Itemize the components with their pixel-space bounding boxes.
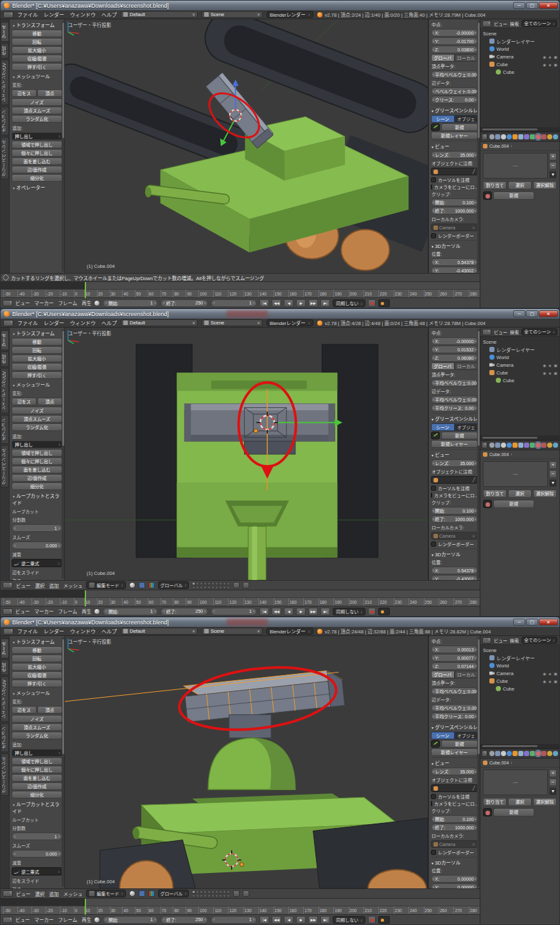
menu-item[interactable]: 再生 — [82, 916, 91, 923]
visibility-toggles[interactable]: ◉ ◈ ▣ — [543, 363, 559, 367]
shelf-button[interactable]: 辺をス — [12, 706, 37, 714]
render-tab-icon[interactable] — [489, 751, 494, 756]
slot-specials-button[interactable]: ▾ — [549, 171, 557, 179]
window-titlebar[interactable]: Blender* [C:¥Users¥anazawa¥Downloads¥scr… — [1, 309, 559, 319]
menu-item[interactable]: ヘルプ — [101, 628, 117, 635]
editor-type-icon[interactable] — [3, 608, 13, 615]
material-slot-list[interactable] — [483, 770, 548, 795]
smooth-field[interactable]: 0.000 — [12, 542, 62, 549]
cuts-field[interactable]: 1 — [12, 833, 62, 840]
smooth-field[interactable]: 0.000 — [12, 850, 62, 858]
render-tab-icon[interactable] — [489, 134, 494, 139]
shelf-button[interactable]: 領域で押し出し — [12, 757, 62, 765]
shelf-button[interactable]: 回転 — [12, 346, 62, 354]
falloff-dropdown[interactable]: 逆二乗式 — [12, 867, 62, 876]
clear-icon[interactable] — [257, 628, 260, 634]
toolshelf-tab[interactable]: オプション — [1, 415, 9, 444]
physics-tab-icon[interactable] — [553, 134, 558, 139]
minimize-button[interactable]: ─ — [513, 310, 525, 317]
sync-dropdown[interactable]: 同期しない — [333, 299, 365, 307]
menu-item[interactable]: ビュー — [15, 916, 30, 923]
panel-header-operator[interactable]: オペレーター — [12, 182, 62, 191]
orientation-dropdown[interactable]: グローバル — [158, 581, 189, 589]
lock-cursor-checkbox[interactable] — [431, 177, 436, 182]
visibility-toggles[interactable]: ◉ ◈ ▣ — [543, 671, 559, 676]
shelf-button[interactable]: 回転 — [12, 655, 62, 662]
constraints-tab-icon[interactable] — [518, 443, 523, 448]
outliner-item[interactable]: Cube◉ ◈ ▣ — [480, 60, 559, 68]
play-button[interactable]: ▶ — [296, 299, 306, 307]
lens-field[interactable]: レンズ:35.000 — [431, 459, 478, 467]
gp-new-layer-button[interactable]: 新規レイヤー — [431, 132, 478, 139]
clip-end-field[interactable]: 終了:1000.000 — [431, 824, 478, 831]
shelf-button[interactable]: 押す/引く — [12, 371, 62, 379]
outliner-item[interactable]: World — [480, 662, 559, 669]
render-layers-tab-icon[interactable] — [495, 443, 500, 448]
median-x-field[interactable]: X:0.00013 — [431, 646, 478, 653]
editor-type-icon[interactable] — [3, 300, 13, 306]
menu-item[interactable]: メッシュ — [64, 890, 83, 897]
shelf-button[interactable]: 細分化 — [12, 482, 62, 490]
render-camera-icon[interactable] — [243, 582, 249, 588]
breadcrumb-object[interactable]: Cube.004 — [489, 761, 509, 765]
visibility-toggles[interactable]: ◉ ◈ ▣ — [543, 62, 559, 67]
gp-scene-tab[interactable]: シーン — [431, 423, 455, 431]
shelf-button[interactable]: 個々に押し出し — [12, 766, 62, 773]
gp-scene-tab[interactable]: シーン — [431, 115, 455, 123]
current-frame-field[interactable]: 1 — [211, 916, 257, 924]
particles-tab-icon[interactable] — [547, 134, 552, 139]
panel-header-meshtools[interactable]: メッシュツール — [12, 71, 62, 80]
local-camera-field[interactable]: Camera — [431, 532, 478, 540]
object-tab-icon[interactable] — [512, 751, 518, 756]
toolshelf-tab[interactable]: グリースペンシル — [1, 445, 9, 488]
editor-type-icon[interactable] — [3, 582, 13, 588]
shelf-button[interactable]: 収縮/膨張 — [12, 363, 62, 371]
maximize-button[interactable]: ▢ — [526, 310, 538, 317]
vertex-bevel-field[interactable]: 平均ベベルウェ:0.00 — [431, 379, 478, 387]
constraints-tab-icon[interactable] — [518, 751, 523, 756]
viewport-3d[interactable]: ユーザー・平行投影 — [65, 636, 428, 888]
select-button[interactable]: 選択 — [508, 181, 532, 189]
clip-end-field[interactable]: 終了:1000.000 — [431, 207, 478, 215]
render-layers-tab-icon[interactable] — [495, 134, 500, 139]
clear-icon[interactable] — [257, 12, 260, 17]
toolshelf-tab[interactable]: 作成 — [1, 43, 9, 58]
timeline-ruler[interactable]: -50-40-30-20-100102030405060708090100110… — [1, 597, 480, 606]
outliner-item[interactable]: Scene — [480, 30, 559, 37]
menu-item[interactable]: 再生 — [82, 608, 91, 615]
prev-keyframe-button[interactable]: ◀◀ — [272, 916, 281, 924]
menu-item[interactable]: ヘルプ — [101, 319, 117, 326]
cursor-x-field[interactable]: X:0.54378 — [431, 567, 478, 574]
menu-item[interactable]: レンダー — [44, 628, 64, 635]
frame-start-field[interactable]: 開始:1 — [103, 608, 158, 615]
shelf-button[interactable]: 拡大縮小 — [12, 355, 62, 362]
minimize-button[interactable]: ─ — [513, 619, 525, 626]
new-material-button[interactable]: 新規 — [493, 191, 534, 200]
shelf-button[interactable]: ノイズ — [12, 98, 62, 106]
gp-object-tab[interactable]: オブジェクト — [455, 423, 478, 431]
shelf-button[interactable]: 辺をス — [12, 89, 37, 97]
render-layers-tab-icon[interactable] — [495, 751, 500, 756]
frame-start-field[interactable]: 開始:1 — [103, 916, 158, 924]
outliner-view-menu[interactable]: ビュー — [494, 329, 507, 335]
constraints-tab-icon[interactable] — [518, 134, 523, 139]
menu-item[interactable]: レンダー — [44, 319, 64, 326]
median-y-field[interactable]: Y:0.00077 — [431, 654, 478, 662]
sync-dropdown[interactable]: 同期しない — [333, 916, 365, 924]
auto-keyframe-record-button[interactable] — [368, 608, 376, 615]
outliner-item[interactable]: Cube — [480, 685, 559, 692]
shelf-button[interactable]: 収縮/膨張 — [12, 671, 62, 679]
texture-tab-icon[interactable] — [541, 751, 547, 756]
assign-button[interactable]: 割り当て — [483, 798, 507, 806]
play-button[interactable]: ▶ — [296, 608, 306, 615]
frame-end-field[interactable]: 終了:250 — [161, 608, 208, 615]
cursor-x-field[interactable]: X:0.00000 — [431, 875, 478, 883]
toolshelf-tab[interactable]: 作成 — [1, 351, 9, 367]
keying-set-icon[interactable] — [378, 299, 390, 307]
manipulator-axes-icon[interactable] — [148, 890, 155, 897]
visibility-toggles[interactable]: ◉ ◈ ▣ — [543, 371, 559, 375]
render-engine-dropdown[interactable]: Blenderレンダー — [267, 11, 313, 18]
prev-keyframe-button[interactable]: ◀◀ — [272, 608, 281, 615]
toolshelf-tab[interactable]: シェーディング/UV — [1, 60, 9, 105]
shelf-button[interactable]: 個々に押し出し — [12, 149, 62, 157]
